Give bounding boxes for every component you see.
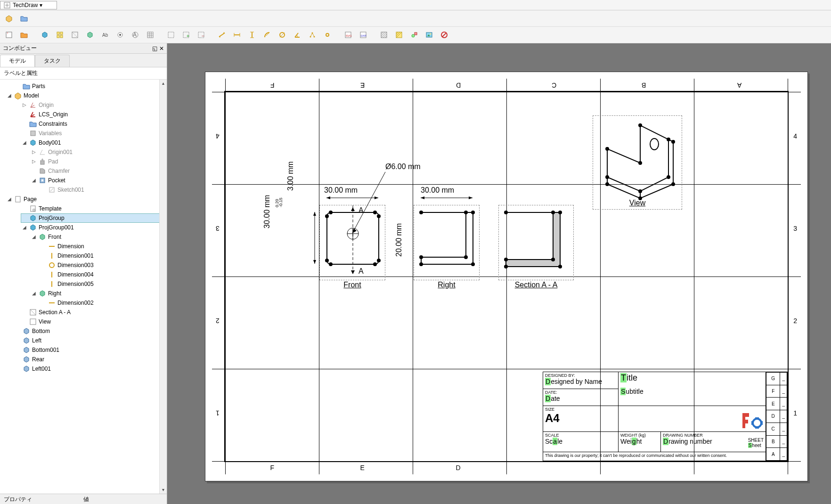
tree-constraints[interactable]: Constraints xyxy=(21,119,166,129)
tb-scale[interactable]: le xyxy=(557,438,562,445)
svg-point-76 xyxy=(325,214,329,218)
dim-angle-icon[interactable] xyxy=(291,29,303,41)
draft-view-icon[interactable] xyxy=(114,29,126,41)
model-tree[interactable]: ▴ ▾ Parts ◢Model ▷Origin LCS_Origin Cons… xyxy=(0,80,167,494)
svg-line-25 xyxy=(219,33,225,37)
tree-scrollbar[interactable]: ▴ ▾ xyxy=(159,80,167,494)
toggle-frame-icon[interactable] xyxy=(438,29,450,41)
assembly-icon[interactable] xyxy=(3,12,15,24)
export-dxf-icon[interactable]: DXF xyxy=(357,29,369,41)
dim-vertical-icon[interactable] xyxy=(246,29,258,41)
close-panel-icon[interactable]: ✕ xyxy=(159,45,164,52)
tree-rear[interactable]: Rear xyxy=(14,355,166,364)
dim-right-height[interactable]: 20.00 mm xyxy=(395,223,403,257)
tree-left[interactable]: Left xyxy=(14,336,166,345)
svg-point-109 xyxy=(650,138,659,150)
tree-origin[interactable]: ▷Origin xyxy=(21,100,166,110)
clip-remove-icon[interactable]: − xyxy=(195,29,207,41)
section-icon[interactable] xyxy=(69,29,81,41)
tree-sketch001[interactable]: Sketch001 xyxy=(40,185,166,195)
workbench-selector[interactable]: TechDraw xyxy=(0,1,57,9)
tree-projgroup[interactable]: ProjGroup xyxy=(21,213,166,223)
dim-front-height[interactable]: 30.00 mm xyxy=(263,195,271,228)
tree-left001[interactable]: Left001 xyxy=(14,364,166,374)
view-iso[interactable]: View xyxy=(593,115,682,210)
tb-subtitle[interactable]: ubtitle xyxy=(626,388,643,395)
tb-size[interactable]: A4 xyxy=(545,412,616,425)
image-icon[interactable] xyxy=(423,29,435,41)
tree-variables[interactable]: Variables xyxy=(21,129,166,138)
hatch-icon[interactable] xyxy=(378,29,390,41)
arch-view-icon[interactable]: A xyxy=(129,29,141,41)
row-label: 3 xyxy=(793,225,797,232)
dim-diameter-icon[interactable] xyxy=(276,29,288,41)
tree-origin001[interactable]: ▷Origin001 xyxy=(30,147,166,157)
tree-section-a-a[interactable]: Section A - A xyxy=(21,308,166,317)
dim-front-thickness[interactable]: 3.00 mm xyxy=(286,162,295,191)
dim-radius-icon[interactable] xyxy=(261,29,273,41)
svg-point-63 xyxy=(49,263,54,268)
tree-dimension[interactable]: Dimension xyxy=(40,242,166,251)
dim-angle3pt-icon[interactable] xyxy=(306,29,318,41)
geom-hatch-icon[interactable] xyxy=(393,29,405,41)
new-page-template-icon[interactable] xyxy=(18,29,30,41)
tree-lcs-origin[interactable]: LCS_Origin xyxy=(21,110,166,119)
tree-template[interactable]: Template xyxy=(21,204,166,213)
row-label: 2 xyxy=(216,317,220,325)
folder-icon[interactable] xyxy=(18,12,30,24)
tb-weight[interactable]: ht xyxy=(636,438,642,445)
dim-link-icon[interactable] xyxy=(321,29,334,41)
svg-point-94 xyxy=(471,262,475,266)
title-block[interactable]: DESIGNED BY: Designed by Name Title Subt… xyxy=(543,372,788,461)
annotation-icon[interactable]: Ab xyxy=(99,29,111,41)
tree-model[interactable]: ◢Model xyxy=(6,91,166,100)
svg-rect-4 xyxy=(7,33,8,33)
tab-model[interactable]: モデル xyxy=(0,55,35,67)
tree-dimension005[interactable]: Dimension005 xyxy=(40,279,166,289)
svg-point-95 xyxy=(419,262,423,266)
tb-title[interactable]: itle xyxy=(627,373,637,382)
tree-pad[interactable]: ▷Pad xyxy=(30,157,166,166)
body-icon xyxy=(29,139,37,146)
tree-bottom[interactable]: Bottom xyxy=(14,326,166,336)
tree-page[interactable]: ◢Page xyxy=(6,195,166,204)
drawing-viewport[interactable]: F E D C B A F E D 4 4 3 3 2 xyxy=(167,43,831,504)
dim-length-icon[interactable] xyxy=(216,29,228,41)
clip-icon[interactable] xyxy=(165,29,177,41)
tab-task[interactable]: タスク xyxy=(35,55,70,67)
symbol-icon[interactable] xyxy=(408,29,420,41)
scroll-down-icon[interactable]: ▾ xyxy=(160,486,167,494)
spreadsheet-icon[interactable] xyxy=(144,29,156,41)
tree-projgroup001[interactable]: ◢ProjGroup001 xyxy=(21,223,166,232)
tb-date[interactable]: ate xyxy=(551,395,560,402)
undock-icon[interactable]: ◱ xyxy=(152,45,157,52)
dim-v-icon xyxy=(48,271,56,278)
tb-designed-by[interactable]: esigned by Name xyxy=(551,378,602,385)
scroll-up-icon[interactable]: ▴ xyxy=(160,80,167,87)
tree-dimension003[interactable]: Dimension003 xyxy=(40,260,166,270)
tree-front[interactable]: ◢Front xyxy=(30,232,166,242)
folder-icon xyxy=(29,120,37,128)
dim-horizontal-icon[interactable] xyxy=(231,29,243,41)
view-right[interactable]: Right xyxy=(414,205,480,280)
export-svg-icon[interactable]: SVG xyxy=(342,29,354,41)
detail-icon[interactable] xyxy=(84,29,96,41)
clip-add-icon[interactable]: + xyxy=(180,29,192,41)
tree-body001[interactable]: ◢Body001 xyxy=(21,138,166,147)
tree-view[interactable]: View xyxy=(21,317,166,326)
tree-dimension002[interactable]: Dimension002 xyxy=(40,298,166,308)
tree-parts[interactable]: Parts xyxy=(14,81,166,91)
projgroup-icon[interactable] xyxy=(54,29,66,41)
tree-chamfer[interactable]: Chamfer xyxy=(30,166,166,176)
tree-bottom001[interactable]: Bottom001 xyxy=(14,345,166,355)
insert-view-icon[interactable] xyxy=(39,29,51,41)
tree-right[interactable]: ◢Right xyxy=(30,289,166,298)
tree-pocket[interactable]: ◢Pocket xyxy=(30,176,166,185)
tree-dimension004[interactable]: Dimension004 xyxy=(40,270,166,279)
view-section[interactable]: Section A - A xyxy=(498,205,574,280)
tb-drawing-no[interactable]: rawing number xyxy=(668,438,712,445)
drawing-page[interactable]: F E D C B A F E D 4 4 3 3 2 xyxy=(205,72,808,481)
tree-dimension001[interactable]: Dimension001 xyxy=(40,251,166,260)
new-page-icon[interactable] xyxy=(3,29,15,41)
tb-sheet[interactable]: heet xyxy=(752,443,761,448)
